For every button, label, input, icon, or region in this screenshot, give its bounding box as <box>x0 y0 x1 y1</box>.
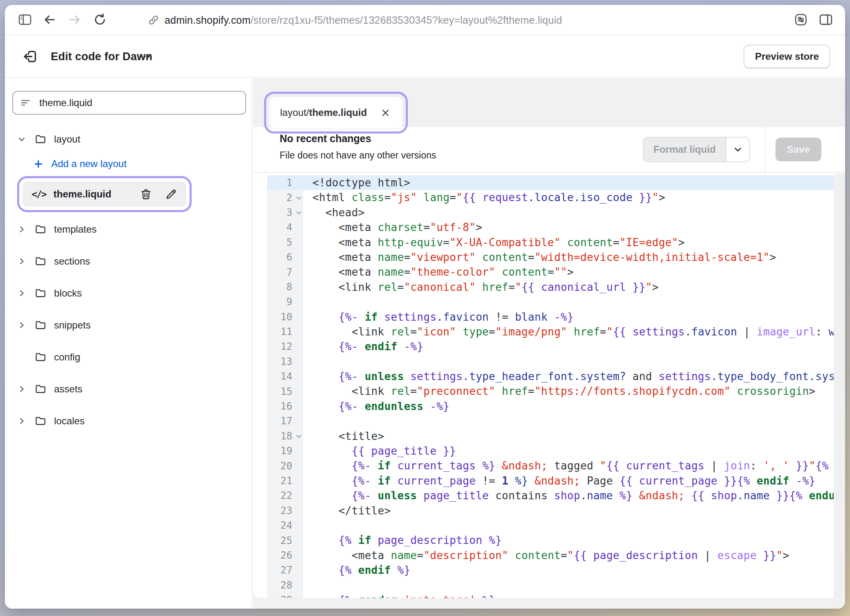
file-sidebar: layoutAdd a new layout</>theme.liquidtem… <box>5 79 253 609</box>
folder-label: locales <box>54 415 85 427</box>
line-number: 27 <box>280 565 303 575</box>
gutter-cell: 8 <box>267 280 303 294</box>
format-liquid-label: Format liquid <box>644 138 726 161</box>
code-editor[interactable]: 1<!doctype html>2<html class="js" lang="… <box>253 174 845 598</box>
fold-chevron-icon[interactable] <box>295 208 303 217</box>
sidebar-item-config[interactable]: config <box>5 347 252 367</box>
browser-right-panel-icon[interactable] <box>816 10 835 29</box>
code-line[interactable]: 2<html class="js" lang="{{ request.local… <box>253 190 834 205</box>
code-line[interactable]: 29 {% render 'meta-tags' %} <box>253 593 834 598</box>
code-line[interactable]: 15 <link rel="preconnect" href="https://… <box>253 384 834 399</box>
line-number: 16 <box>280 401 303 411</box>
code-line-text: {{ page_title }} <box>303 444 456 458</box>
code-line[interactable]: 19 {{ page_title }} <box>253 444 834 458</box>
line-number: 5 <box>287 238 303 247</box>
code-line[interactable]: 14 {%- unless settings.type_header_font.… <box>253 369 834 384</box>
sidebar-item-assets[interactable]: assets <box>5 379 252 399</box>
code-line[interactable]: 8 <link rel="canonical" href="{{ canonic… <box>253 280 834 294</box>
code-line[interactable]: 27 {% endif %} <box>253 563 834 578</box>
code-line[interactable]: 4 <meta charset="utf-8"> <box>253 220 834 235</box>
code-line[interactable]: 25 {% if page_description %} <box>253 533 834 548</box>
fold-chevron-icon[interactable] <box>295 194 303 202</box>
code-line[interactable]: 28 <box>253 578 834 593</box>
address-bar[interactable]: admin.shopify.com/store/rzq1xu-f5/themes… <box>147 5 562 35</box>
chevron-down-icon[interactable] <box>726 138 749 161</box>
code-line[interactable]: 13 <box>253 354 834 369</box>
code-line[interactable]: 18 <title> <box>253 429 834 444</box>
code-line[interactable]: 22 {%- unless page_title contains shop.n… <box>253 488 834 503</box>
sidebar-item-layout[interactable]: layout <box>5 129 252 149</box>
sidebar-item-locales[interactable]: locales <box>5 411 252 431</box>
chevron-right-icon[interactable] <box>16 321 27 330</box>
code-line[interactable]: 17 <box>253 414 834 428</box>
fold-chevron-icon[interactable] <box>295 432 303 440</box>
code-line[interactable]: 16 {%- endunless -%} <box>253 399 834 414</box>
tab-theme-liquid[interactable]: layout/theme.liquid <box>269 97 402 128</box>
code-line-text: {%- unless page_title contains shop.name… <box>303 488 834 503</box>
code-line[interactable]: 24 <box>253 518 834 533</box>
gutter-cell: 4 <box>267 220 303 235</box>
code-line[interactable]: 12 {%- endif -%} <box>253 339 834 354</box>
code-line[interactable]: 9 <box>253 294 834 309</box>
code-line[interactable]: 21 {%- if current_page != 1 %} &ndash; P… <box>253 473 834 488</box>
app-header: Edit code for Dawn Preview store <box>5 36 845 78</box>
code-line[interactable]: 5 <meta http-equiv="X-UA-Compatible" con… <box>253 235 834 250</box>
code-line[interactable]: 20 {%- if current_tags %} &ndash; tagged… <box>253 458 834 473</box>
code-line-text: <!doctype html> <box>303 175 410 190</box>
browser-sidebar-toggle-icon[interactable] <box>16 10 34 29</box>
line-number: 10 <box>280 312 303 322</box>
rename-file-icon[interactable] <box>165 188 177 201</box>
sidebar-item-blocks[interactable]: blocks <box>5 283 252 303</box>
code-line[interactable]: 23 </title> <box>253 503 834 518</box>
search-input[interactable] <box>38 97 239 109</box>
gutter-cell: 2 <box>267 190 303 205</box>
sidebar-item-theme-liquid[interactable]: </>theme.liquid <box>23 181 186 207</box>
code-line[interactable]: 3 <head> <box>253 205 834 220</box>
gutter-cell: 25 <box>267 533 303 548</box>
gutter-cell: 9 <box>267 294 303 309</box>
gutter-spacer <box>253 250 267 265</box>
gutter-cell: 23 <box>267 503 303 518</box>
browser-forward-icon[interactable] <box>66 10 84 29</box>
delete-file-icon[interactable] <box>140 188 152 201</box>
gutter-spacer <box>253 444 267 458</box>
chevron-right-icon[interactable] <box>16 385 27 394</box>
sidebar-item-snippets[interactable]: snippets <box>5 315 252 335</box>
chevron-right-icon[interactable] <box>16 289 27 298</box>
code-line[interactable]: 1<!doctype html> <box>253 175 834 190</box>
scrollbar-track[interactable] <box>834 174 845 598</box>
editor-card: No recent changes File does not have any… <box>253 127 845 598</box>
line-number: 21 <box>280 476 303 486</box>
preview-store-button[interactable]: Preview store <box>744 45 830 68</box>
more-options-icon[interactable] <box>135 47 154 66</box>
close-icon[interactable] <box>379 106 392 119</box>
code-line[interactable]: 26 <meta name="description" content="{{ … <box>253 548 834 563</box>
line-number: 11 <box>280 327 303 337</box>
code-line[interactable]: 10 {%- if settings.favicon != blank -%} <box>253 310 834 324</box>
add-new-layout-button[interactable]: Add a new layout <box>5 155 252 173</box>
line-number: 12 <box>280 342 303 351</box>
gutter-spacer <box>253 235 267 250</box>
folder-label: sections <box>54 256 90 267</box>
folder-icon <box>34 255 47 267</box>
chevron-down-icon[interactable] <box>16 135 27 144</box>
browser-reload-icon[interactable] <box>91 11 109 29</box>
chevron-right-icon[interactable] <box>16 417 27 426</box>
folder-label: assets <box>54 383 82 395</box>
chevron-right-icon[interactable] <box>16 225 27 234</box>
browser-back-icon[interactable] <box>40 10 59 29</box>
folder-icon <box>34 287 47 299</box>
chevron-right-icon[interactable] <box>16 257 27 266</box>
sidebar-item-templates[interactable]: templates <box>5 220 252 239</box>
browser-page-settings-icon[interactable] <box>792 11 810 29</box>
save-button[interactable]: Save <box>775 138 821 161</box>
format-liquid-button[interactable]: Format liquid <box>643 137 750 162</box>
folder-label: snippets <box>54 319 90 331</box>
exit-editor-icon[interactable] <box>20 47 40 66</box>
file-search-field[interactable] <box>12 91 246 115</box>
code-line[interactable]: 11 <link rel="icon" type="image/png" hre… <box>253 324 834 339</box>
code-line[interactable]: 7 <meta name="theme-color" content=""> <box>253 265 834 279</box>
code-line[interactable]: 6 <meta name="viewport" content="width=d… <box>253 250 834 265</box>
code-line-text: <link rel="preconnect" href="https://fon… <box>303 384 816 399</box>
sidebar-item-sections[interactable]: sections <box>5 251 252 271</box>
